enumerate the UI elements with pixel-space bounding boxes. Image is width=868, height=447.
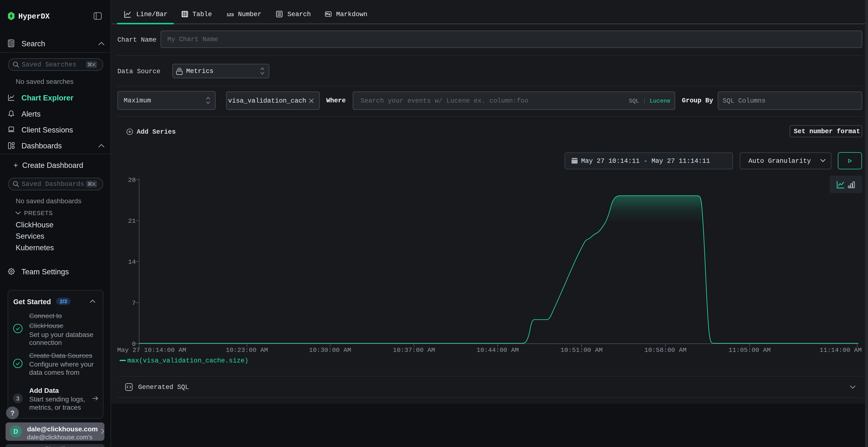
svg-text:10:44:00 AM: 10:44:00 AM (477, 347, 519, 354)
svg-text:10:51:00 AM: 10:51:00 AM (561, 347, 603, 354)
svg-text:10:30:00 AM: 10:30:00 AM (309, 347, 351, 354)
svg-text:28: 28 (128, 176, 136, 184)
svg-text:10:37:00 AM: 10:37:00 AM (393, 347, 435, 354)
svg-text:10:58:00 AM: 10:58:00 AM (645, 347, 687, 354)
svg-text:May 27 10:14:00 AM: May 27 10:14:00 AM (117, 347, 186, 354)
svg-text:14: 14 (128, 259, 136, 266)
svg-text:11:05:00 AM: 11:05:00 AM (728, 347, 771, 354)
svg-text:11:14:00 AM: 11:14:00 AM (819, 347, 862, 354)
svg-text:21: 21 (128, 217, 136, 225)
svg-text:10:23:00 AM: 10:23:00 AM (226, 347, 268, 354)
svg-text:7: 7 (132, 300, 136, 307)
